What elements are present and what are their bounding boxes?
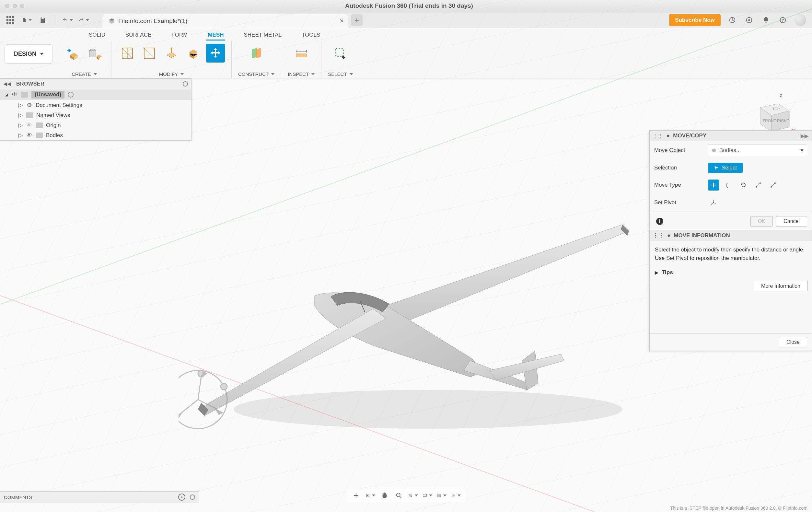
folder-icon [36, 133, 43, 138]
minimize-window-dot[interactable] [12, 4, 17, 8]
maximize-window-dot[interactable] [20, 4, 24, 8]
browser-item-bodies[interactable]: ▷ 👁 Bodies [0, 130, 191, 140]
tips-row[interactable]: ▶Tips [650, 267, 812, 278]
comments-panel[interactable]: COMMENTS + [0, 491, 199, 503]
browser-item-document-settings[interactable]: ▷ ⚙ Document Settings [0, 100, 191, 110]
move-object-label: Move Object [654, 147, 703, 153]
visibility-icon[interactable]: 👁 [11, 91, 18, 98]
comments-options-icon[interactable] [190, 494, 195, 500]
selection-label: Selection [654, 165, 703, 171]
browser-item-label: Origin [46, 122, 61, 129]
movecopy-panel: ⋮⋮ ● MOVE/COPY ▶▶ Move Object Bodies... … [649, 130, 812, 351]
orbit-icon[interactable] [351, 491, 361, 500]
movetype-p2p-icon[interactable] [753, 179, 764, 191]
window-controls [0, 4, 29, 8]
save-icon[interactable] [37, 15, 48, 25]
move-information-body: Select the object to modify then specify… [650, 241, 812, 267]
select-button[interactable]: Select [708, 163, 743, 173]
movetype-align-icon[interactable] [767, 179, 779, 191]
ok-button: OK [750, 216, 773, 227]
gear-icon[interactable]: ⚙ [26, 102, 32, 109]
browser-item-origin[interactable]: ▷ 👁 Origin [0, 120, 191, 130]
svg-text:FRONT: FRONT [763, 119, 776, 123]
movetype-translate-icon[interactable] [723, 179, 734, 191]
expand-icon[interactable]: ▷ [18, 112, 23, 119]
comments-title: COMMENTS [4, 494, 32, 500]
info-icon[interactable]: i [656, 218, 663, 225]
svg-rect-28 [423, 494, 427, 496]
pan-icon[interactable] [380, 491, 389, 500]
svg-point-26 [397, 493, 400, 497]
activate-radio-icon[interactable] [68, 92, 74, 97]
svg-text:TOP: TOP [773, 107, 780, 111]
move-information-title: MOVE INFORMATION [674, 232, 730, 239]
set-pivot-label: Set Pivot [654, 199, 703, 206]
expand-icon[interactable]: ◢ [5, 92, 8, 97]
viewport-canvas[interactable]: ◀◀ BROWSER ◢ 👁 (Unsaved) ▷ ⚙ Document Se… [0, 79, 812, 512]
browser-item-label: Document Settings [36, 102, 82, 109]
browser-collapse-icon[interactable]: ◀◀ [3, 81, 11, 87]
grid-settings-icon[interactable] [437, 491, 446, 500]
add-comment-icon[interactable]: + [178, 493, 185, 501]
movetype-free-icon[interactable] [708, 179, 719, 191]
visibility-icon[interactable]: 👁 [26, 132, 32, 139]
expand-icon[interactable]: ▷ [18, 122, 23, 129]
svg-rect-29 [437, 494, 440, 497]
panel-grip-icon[interactable]: ⋮⋮ [653, 232, 664, 239]
svg-rect-25 [367, 495, 369, 496]
file-menu-icon[interactable] [21, 15, 32, 25]
movetype-rotate-icon[interactable] [738, 179, 749, 191]
browser-item-named-views[interactable]: ▷ Named Views [0, 110, 191, 120]
main-area: ◀◀ BROWSER ◢ 👁 (Unsaved) ▷ ⚙ Document Se… [0, 79, 812, 512]
look-at-icon[interactable] [366, 491, 375, 500]
browser-root-row[interactable]: ◢ 👁 (Unsaved) [0, 89, 191, 100]
footer-text: This is a .STEP file open in Autodesk Fu… [670, 506, 808, 511]
navigation-toolbar [347, 489, 465, 502]
svg-point-23 [713, 202, 714, 203]
viewport-layout-icon[interactable] [451, 491, 461, 500]
browser-title: BROWSER [16, 81, 179, 87]
close-window-dot[interactable] [5, 4, 9, 8]
browser-item-label: Named Views [36, 112, 70, 119]
set-pivot-icon[interactable] [708, 197, 719, 208]
move-object-dropdown[interactable]: Bodies... [708, 144, 807, 156]
move-type-label: Move Type [654, 182, 703, 188]
panel-grip-icon[interactable]: ⋮⋮ [653, 133, 663, 138]
folder-icon [26, 112, 33, 118]
folder-icon [36, 122, 43, 128]
component-icon [21, 92, 28, 97]
browser-options-icon[interactable] [183, 81, 188, 87]
expand-icon[interactable]: ▷ [18, 132, 23, 139]
visibility-off-icon[interactable]: 👁 [26, 122, 32, 129]
movecopy-title: MOVE/COPY [673, 133, 706, 139]
browser-root-label: (Unsaved) [31, 91, 64, 98]
apps-grid-icon[interactable] [5, 15, 16, 25]
more-information-button[interactable]: More Information [754, 281, 808, 291]
cancel-button[interactable]: Cancel [776, 216, 807, 227]
close-button[interactable]: Close [779, 337, 807, 347]
expand-panel-icon[interactable]: ▶▶ [801, 133, 808, 139]
browser-item-label: Bodies [46, 132, 63, 139]
axis-z-label: Z [780, 93, 783, 98]
browser-panel: ◀◀ BROWSER ◢ 👁 (Unsaved) ▷ ⚙ Document Se… [0, 79, 192, 141]
zoom-icon[interactable] [394, 491, 404, 500]
display-settings-icon[interactable] [423, 491, 432, 500]
expand-icon[interactable]: ▷ [18, 102, 23, 109]
svg-text:RIGHT: RIGHT [777, 119, 789, 123]
zoom-window-icon[interactable] [408, 491, 418, 500]
